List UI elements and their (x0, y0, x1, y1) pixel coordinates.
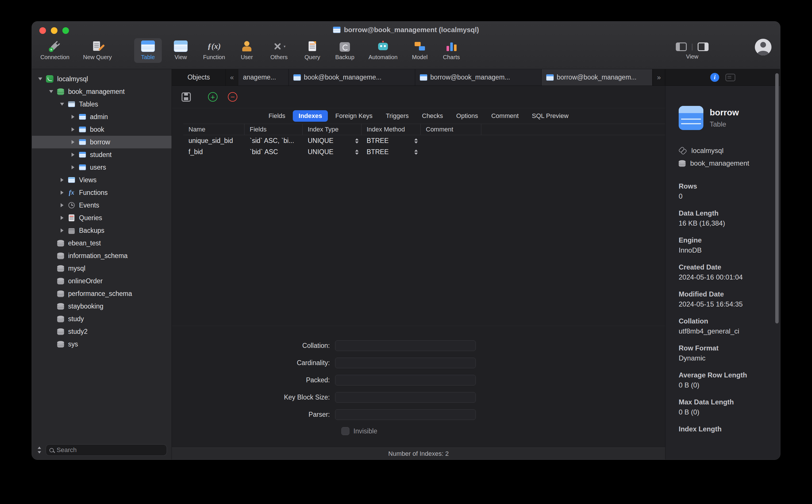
tree-item-information-schema[interactable]: information_schema (32, 249, 171, 262)
search-input[interactable]: Search (46, 444, 167, 456)
toggle-info-pane-icon[interactable] (698, 42, 709, 51)
tree-item-sys[interactable]: sys (32, 338, 171, 350)
invisible-checkbox[interactable] (341, 427, 349, 435)
tree-item-study[interactable]: study (32, 313, 171, 325)
column-header-comment[interactable]: Comment (421, 124, 481, 135)
cell-fields[interactable]: `sid` ASC, `bi... (245, 137, 303, 145)
tree-item-backups[interactable]: Backups (32, 224, 171, 237)
tab-borrow-table[interactable]: borrow@book_managem... (415, 69, 542, 86)
toggle-sidebar-icon[interactable] (676, 42, 687, 51)
toolbar-automation-button[interactable]: Automation (366, 38, 400, 63)
stepper-icon[interactable] (355, 150, 359, 155)
chevron-right-icon[interactable] (58, 178, 66, 182)
chevron-right-icon[interactable] (58, 216, 66, 220)
save-button[interactable] (181, 92, 191, 102)
toolbar-new-query-button[interactable]: New Query (80, 38, 115, 63)
sort-arrows-icon[interactable] (36, 446, 42, 454)
toolbar-others-button[interactable]: ▾ Others (265, 38, 293, 63)
toolbar-view-button[interactable]: View (170, 38, 191, 63)
cell-fields[interactable]: `bid` ASC (245, 148, 303, 156)
tab-checks[interactable]: Checks (416, 110, 449, 122)
chevron-down-icon[interactable] (58, 103, 66, 106)
info-icon[interactable]: i (710, 73, 719, 82)
column-header-index-type[interactable]: Index Type (303, 124, 362, 135)
stepper-icon[interactable] (355, 138, 359, 144)
tree-item-views[interactable]: Views (32, 174, 171, 186)
parser-input[interactable] (335, 409, 476, 420)
tree-item-borrow[interactable]: borrow (32, 136, 171, 148)
cell-name[interactable]: f_bid (183, 148, 245, 156)
column-header-index-method[interactable]: Index Method (362, 124, 421, 135)
tree-item-onlineorder[interactable]: onlineOrder (32, 275, 171, 287)
toolbar-model-button[interactable]: Model (408, 38, 431, 63)
toolbar-query-button[interactable]: Query (301, 38, 324, 63)
sql-console-icon[interactable] (726, 74, 735, 81)
cell-index-type[interactable]: UNIQUE (303, 148, 362, 156)
chevron-right-icon[interactable] (58, 228, 66, 232)
tree-item-queries[interactable]: Queries (32, 212, 171, 224)
chevron-right-icon[interactable] (58, 203, 66, 207)
tree-item-student[interactable]: student (32, 148, 171, 161)
chevron-down-icon[interactable] (47, 90, 55, 93)
tree-item-users[interactable]: users (32, 161, 171, 174)
chevron-right-icon[interactable] (69, 165, 77, 169)
packed-input[interactable] (335, 375, 476, 385)
tab-borrow-design[interactable]: borrow@book_managem... (542, 69, 653, 86)
index-row[interactable]: f_bid `bid` ASC UNIQUE BTREE (183, 146, 665, 158)
stepper-icon[interactable] (414, 138, 418, 144)
tab-sql-preview[interactable]: SQL Preview (526, 110, 574, 122)
index-row[interactable]: unique_sid_bid `sid` ASC, `bi... UNIQUE … (183, 135, 665, 146)
chevron-right-icon[interactable] (69, 127, 77, 131)
cell-index-method[interactable]: BTREE (362, 148, 421, 156)
tree-item-admin[interactable]: admin (32, 111, 171, 123)
toolbar-charts-button[interactable]: Charts (439, 38, 463, 63)
tab-triggers[interactable]: Triggers (380, 110, 415, 122)
add-index-button[interactable]: + (208, 92, 218, 102)
tab-truncated[interactable]: anageme... (238, 69, 289, 86)
tree-item-study2[interactable]: study2 (32, 325, 171, 338)
chevron-right-icon[interactable] (69, 115, 77, 119)
collation-input[interactable] (335, 340, 476, 351)
chevron-right-icon[interactable] (69, 153, 77, 157)
tab-options[interactable]: Options (450, 110, 484, 122)
tree-item-mysql-db[interactable]: mysql (32, 262, 171, 275)
chevron-right-icon[interactable] (58, 191, 66, 195)
remove-index-button[interactable]: − (228, 92, 237, 102)
toolbar-backup-button[interactable]: Backup (332, 38, 358, 63)
cardinality-input[interactable] (335, 358, 476, 368)
tree-item-events[interactable]: Events (32, 199, 171, 212)
cell-name[interactable]: unique_sid_bid (183, 137, 245, 145)
toolbar-user-button[interactable]: User (237, 38, 257, 63)
key-block-size-input[interactable] (335, 392, 476, 403)
cell-index-type[interactable]: UNIQUE (303, 137, 362, 145)
panel-scrollbar[interactable] (775, 73, 779, 323)
tree-item-book-management[interactable]: book_management (32, 85, 171, 98)
tab-comment[interactable]: Comment (486, 110, 524, 122)
tab-indexes[interactable]: Indexes (293, 110, 328, 122)
tree-item-functions[interactable]: fx Functions (32, 186, 171, 199)
toolbar-table-button[interactable]: Table (134, 38, 162, 63)
chevron-right-icon[interactable] (69, 140, 77, 144)
database-icon (57, 279, 64, 284)
tab-book-table[interactable]: book@book_manageme... (289, 69, 415, 86)
tree-item-staybooking[interactable]: staybooking (32, 300, 171, 313)
tree-item-book[interactable]: book (32, 123, 171, 136)
account-avatar[interactable] (755, 39, 772, 55)
stepper-icon[interactable] (414, 150, 418, 155)
tree-item-performance-schema[interactable]: performance_schema (32, 287, 171, 300)
cell-index-method[interactable]: BTREE (362, 137, 421, 145)
database-icon (57, 241, 64, 247)
tab-scroll-right-button[interactable]: » (653, 69, 665, 86)
column-header-name[interactable]: Name (183, 124, 245, 135)
tree-item-tables[interactable]: Tables (32, 98, 171, 111)
tab-objects[interactable]: Objects (172, 69, 226, 86)
toolbar-function-button[interactable]: ƒ(x) Function (200, 38, 229, 63)
column-header-fields[interactable]: Fields (245, 124, 303, 135)
tab-fields[interactable]: Fields (263, 110, 291, 122)
chevron-down-icon[interactable] (36, 77, 44, 80)
tree-item-localmysql[interactable]: localmysql (32, 73, 171, 85)
toolbar-connection-button[interactable]: + Connection (38, 38, 72, 63)
tab-scroll-left-button[interactable]: « (226, 69, 239, 86)
tab-foreign-keys[interactable]: Foreign Keys (330, 110, 378, 122)
tree-item-ebean-test[interactable]: ebean_test (32, 237, 171, 249)
